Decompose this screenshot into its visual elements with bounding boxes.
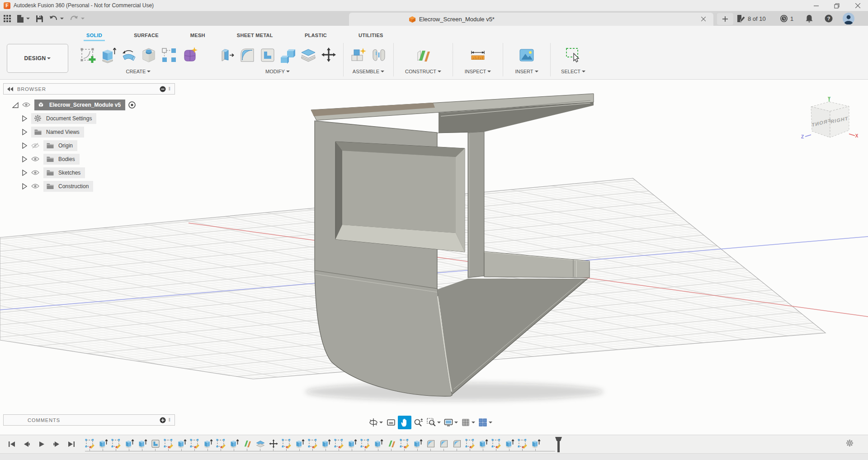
fillet-button[interactable] [237,43,257,68]
nav-viewports-button[interactable] [476,416,494,429]
file-menu-button[interactable] [17,15,30,23]
timeline-feature-fillet[interactable] [452,439,462,449]
timeline-feature-sketch[interactable] [491,439,501,449]
visibility-eye-icon[interactable] [31,183,40,190]
expand-arrow-icon[interactable] [21,115,28,122]
timeline-play-button[interactable] [36,439,47,450]
timeline-go-to-start-button[interactable] [6,439,17,450]
undo-button[interactable] [49,15,64,22]
browser-header[interactable]: BROWSER ‖ [3,83,175,95]
timeline-feature-sketch[interactable] [308,439,318,449]
browser-item-sketches[interactable]: Sketches [3,167,175,178]
new-document-tab-button[interactable] [717,13,733,25]
timeline-feature-fillet[interactable] [439,439,449,449]
create-sketch-button[interactable] [77,43,98,68]
timeline-feature-sketch[interactable] [465,439,475,449]
save-version-status[interactable]: 8 of 10 [737,11,766,26]
move-copy-button[interactable] [318,43,339,68]
workspace-selector[interactable]: DESIGN [7,44,68,73]
minimize-panel-icon[interactable] [160,86,166,92]
timeline-feature-move[interactable] [269,439,278,449]
close-document-icon[interactable] [699,14,708,24]
extrude-button[interactable] [98,43,118,68]
timeline-feature-extrude[interactable] [413,439,423,449]
construct-dropdown[interactable]: CONSTRUCT [405,69,441,74]
inspect-dropdown[interactable]: INSPECT [465,69,491,74]
timeline-feature-sketch[interactable] [334,439,344,449]
nav-fit-button[interactable] [425,416,442,429]
timeline-feature-offset[interactable] [255,439,265,449]
new-component-button[interactable] [348,43,368,68]
comments-panel[interactable]: COMMENTS ‖ [3,414,175,426]
expand-arrow-icon[interactable] [12,102,19,108]
nav-grid-snaps-button[interactable] [459,416,476,429]
app-launcher-grid-icon[interactable] [4,15,11,22]
view-cube[interactable]: FRONT RIGHT Y Z X [799,96,858,143]
notifications-button[interactable] [806,11,813,26]
document-tab[interactable]: Elecrow_Screen_Module v5* [349,13,713,26]
visibility-eye-icon[interactable] [22,101,31,109]
browser-item-origin[interactable]: Origin [3,140,175,151]
timeline-feature-shell[interactable] [151,439,160,449]
timeline-feature-extrude[interactable] [295,439,305,449]
visibility-off-eye-icon[interactable] [31,142,40,149]
timeline-feature-extrude[interactable] [347,439,357,449]
press-pull-button[interactable] [217,43,237,68]
cad-model[interactable] [311,94,594,396]
offset-face-button[interactable] [298,43,318,68]
help-button[interactable]: ? [825,11,833,26]
timeline-feature-extrude[interactable] [478,439,488,449]
timeline-feature-extrude[interactable] [177,439,187,449]
timeline-feature-extrude[interactable] [321,439,331,449]
redo-button[interactable] [70,15,85,22]
shell-button[interactable] [257,43,278,68]
save-button[interactable] [36,15,43,22]
create-dropdown[interactable]: CREATE [126,69,151,74]
rectangular-pattern-button[interactable] [159,43,179,68]
nav-zoom-button[interactable] [411,416,425,429]
construct-plane-button[interactable] [413,43,434,68]
timeline-feature-sketch[interactable] [216,439,226,449]
browser-item-document-settings[interactable]: Document Settings [3,113,175,124]
close-window-button[interactable] [847,0,868,11]
expand-arrow-icon[interactable] [21,170,28,176]
browser-root-component[interactable]: Elecrow_Screen_Module v5 [3,99,175,110]
timeline-feature-extrude[interactable] [124,439,134,449]
measure-button[interactable] [468,43,488,68]
insert-canvas-button[interactable] [517,43,537,68]
expand-arrow-icon[interactable] [21,156,28,162]
timeline-feature-sketch[interactable] [190,439,200,449]
timeline-step-forward-button[interactable] [51,439,62,450]
timeline-feature-extrude[interactable] [137,439,147,449]
timeline-feature-extrude[interactable] [531,439,541,449]
job-status[interactable]: 1 [780,11,793,26]
timeline-feature-sketch[interactable] [360,439,370,449]
create-form-button[interactable] [179,43,199,68]
tab-solid[interactable]: SOLID [84,33,105,41]
tab-surface[interactable]: SURFACE [131,33,161,41]
select-dropdown[interactable]: SELECT [561,69,585,74]
assemble-dropdown[interactable]: ASSEMBLE [353,69,384,74]
timeline-feature-extrude[interactable] [203,439,213,449]
add-comment-icon[interactable] [160,417,166,423]
expand-arrow-icon[interactable] [21,183,28,190]
restore-window-button[interactable] [826,0,847,11]
timeline-playhead-marker[interactable] [555,437,562,452]
select-button[interactable] [563,43,584,68]
timeline-feature-sketch[interactable] [111,439,121,449]
hole-button[interactable] [138,43,159,68]
timeline-feature-sketch[interactable] [400,439,410,449]
timeline-feature-extrude[interactable] [98,439,108,449]
minimize-window-button[interactable] [806,0,826,11]
timeline-feature-sketch[interactable] [85,439,95,449]
timeline-feature-extrude[interactable] [229,439,239,449]
activate-component-radio[interactable] [128,101,136,109]
tab-mesh[interactable]: MESH [188,33,208,41]
insert-dropdown[interactable]: INSERT [515,69,538,74]
browser-item-bodies[interactable]: Bodies [3,153,175,165]
visibility-eye-icon[interactable] [31,169,40,176]
browser-item-construction[interactable]: Construction [3,180,175,192]
timeline-settings-gear-icon[interactable] [846,439,854,449]
expand-arrow-icon[interactable] [21,129,28,135]
timeline-feature-extrude[interactable] [373,439,383,449]
